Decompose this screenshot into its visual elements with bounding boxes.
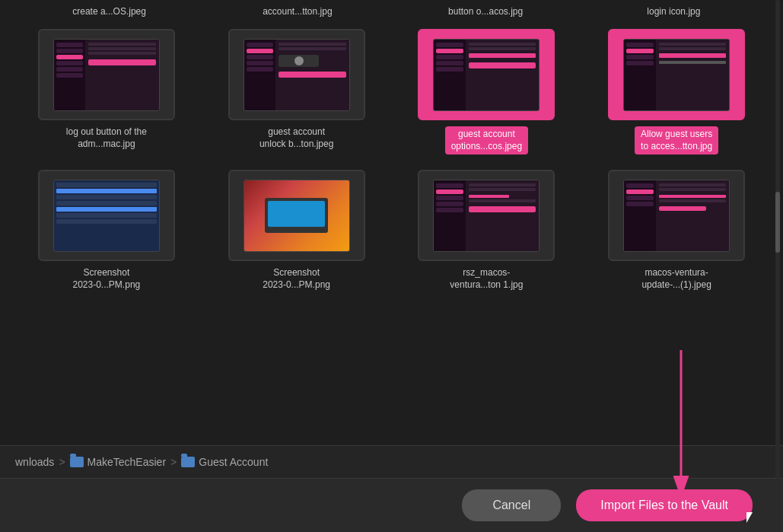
breadcrumb-folder-2[interactable]: Guest Account bbox=[181, 456, 268, 468]
file-thumbnail-selected[interactable] bbox=[608, 29, 745, 120]
scrollbar-thumb[interactable] bbox=[775, 192, 780, 253]
import-button[interactable]: Import Files to the Vault bbox=[576, 489, 753, 521]
top-label-1: create a...OS.jpeg bbox=[15, 6, 203, 17]
mouse-cursor bbox=[746, 512, 753, 523]
breadcrumb-sep-2: > bbox=[170, 456, 177, 468]
list-item[interactable]: rsz_macos-ventura...ton 1.jpg bbox=[396, 170, 578, 291]
list-item[interactable]: macos-ventura-update-...(1).jpeg bbox=[585, 170, 768, 291]
top-label-3: button o...acos.jpg bbox=[392, 6, 580, 17]
file-name: guest accountunlock b...ton.jpeg bbox=[259, 126, 333, 150]
breadcrumb-sep-1: > bbox=[59, 456, 65, 468]
file-name: rsz_macos-ventura...ton 1.jpg bbox=[450, 267, 523, 291]
scrollbar[interactable] bbox=[775, 0, 780, 479]
top-label-2: account...tton.jpg bbox=[203, 6, 391, 17]
file-name-selected: guest accountoptions...cos.jpeg bbox=[445, 126, 528, 155]
file-thumbnail[interactable] bbox=[38, 29, 175, 120]
file-thumbnail[interactable] bbox=[228, 170, 365, 261]
breadcrumb-folder2-label: Guest Account bbox=[199, 456, 268, 468]
file-name: log out button of the adm...mac.jpg bbox=[38, 126, 175, 150]
folder-icon-2 bbox=[181, 457, 195, 467]
file-thumbnail[interactable] bbox=[608, 170, 745, 261]
list-item[interactable]: Screenshot2023-0...PM.png bbox=[15, 170, 198, 291]
list-item[interactable]: guest accountunlock b...ton.jpeg bbox=[205, 29, 388, 155]
file-thumbnail[interactable] bbox=[228, 29, 365, 120]
file-name-selected: Allow guest usersto acces...tton.jpg bbox=[635, 126, 718, 155]
file-thumbnail[interactable] bbox=[38, 170, 175, 261]
list-item[interactable]: Screenshot2023-0...PM.png bbox=[205, 170, 388, 291]
file-name: macos-ventura-update-...(1).jpeg bbox=[641, 267, 711, 291]
top-labels-row: create a...OS.jpeg account...tton.jpg bu… bbox=[0, 0, 783, 21]
bottom-action-bar: Cancel Import Files to the Vault bbox=[0, 479, 783, 532]
list-item[interactable]: Allow guest usersto acces...tton.jpg bbox=[585, 29, 768, 155]
breadcrumb: wnloads > MakeTechEasier > Guest Account bbox=[0, 445, 783, 479]
breadcrumb-prefix: wnloads bbox=[15, 456, 54, 468]
file-grid: log out button of the adm...mac.jpg bbox=[0, 21, 783, 291]
file-thumbnail[interactable] bbox=[418, 170, 555, 261]
folder-icon bbox=[70, 457, 84, 467]
file-thumbnail-selected[interactable] bbox=[418, 29, 555, 120]
list-item[interactable]: guest accountoptions...cos.jpeg bbox=[396, 29, 578, 155]
top-label-4: login icon.jpg bbox=[580, 6, 768, 17]
cancel-button[interactable]: Cancel bbox=[462, 489, 561, 521]
breadcrumb-folder-1[interactable]: MakeTechEasier bbox=[70, 456, 167, 468]
breadcrumb-folder1-label: MakeTechEasier bbox=[88, 456, 167, 468]
file-name: Screenshot2023-0...PM.png bbox=[73, 267, 141, 291]
list-item[interactable]: log out button of the adm...mac.jpg bbox=[15, 29, 198, 155]
file-name: Screenshot2023-0...PM.png bbox=[263, 267, 330, 291]
